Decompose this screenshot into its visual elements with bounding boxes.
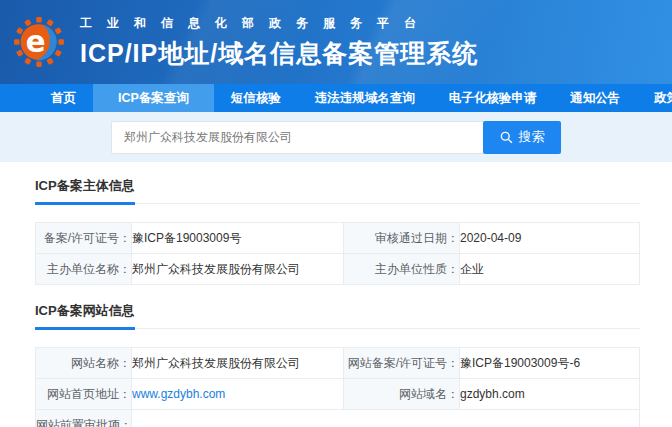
subject-section-header: ICP备案主体信息 [35, 176, 640, 204]
subject-section-title: ICP备案主体信息 [35, 177, 135, 205]
svg-text:e: e [26, 25, 46, 59]
home-url-label: 网站首页地址： [36, 379, 132, 410]
miit-gear-logo-icon: e [13, 16, 65, 68]
license-label: 备案/许可证号： [36, 223, 132, 254]
site-license-label: 网站备案/许可证号： [344, 348, 460, 379]
table-row: 备案/许可证号： 豫ICP备19003009号 审核通过日期： 2020-04-… [36, 223, 640, 254]
table-row: 主办单位名称： 郑州广众科技发展股份有限公司 主办单位性质： 企业 [36, 254, 640, 285]
search-input[interactable] [111, 121, 483, 154]
website-section-header: ICP备案网站信息 [35, 301, 640, 329]
site-license-value: 豫ICP备19003009号-6 [460, 348, 640, 379]
org-name-label: 主办单位名称： [36, 254, 132, 285]
domain-label: 网站域名： [344, 379, 460, 410]
org-nature-value: 企业 [460, 254, 640, 285]
website-section-title: ICP备案网站信息 [35, 302, 135, 330]
home-url-link[interactable]: www.gzdybh.com [132, 387, 225, 401]
nav-item-e-verification-apply[interactable]: 电子化核验申请 [432, 84, 554, 112]
site-name-value: 郑州广众科技发展股份有限公司 [132, 348, 344, 379]
org-nature-label: 主办单位性质： [344, 254, 460, 285]
license-value: 豫ICP备19003009号 [132, 223, 344, 254]
nav-item-policy-docs[interactable]: 政策文件 [637, 84, 672, 112]
table-row: 网站前置审批项： [36, 410, 640, 427]
main-nav: 首页 ICP备案查询 短信核验 违法违规域名查询 电子化核验申请 通知公告 政策… [0, 84, 672, 112]
page-title: ICP/IP地址/域名信息备案管理系统 [80, 37, 478, 70]
search-icon [500, 131, 513, 144]
pre-approval-label: 网站前置审批项： [36, 410, 132, 427]
site-name-label: 网站名称： [36, 348, 132, 379]
audit-date-label: 审核通过日期： [344, 223, 460, 254]
table-row: 网站名称： 郑州广众科技发展股份有限公司 网站备案/许可证号： 豫ICP备190… [36, 348, 640, 379]
search-button[interactable]: 搜索 [483, 121, 561, 154]
home-url-cell: www.gzdybh.com [132, 379, 344, 410]
search-button-label: 搜索 [519, 128, 545, 146]
audit-date-value: 2020-04-09 [460, 223, 640, 254]
pre-approval-value [132, 410, 640, 427]
table-row: 网站首页地址： www.gzdybh.com 网站域名： gzdybh.com [36, 379, 640, 410]
org-name-value: 郑州广众科技发展股份有限公司 [132, 254, 344, 285]
nav-item-illegal-domain-query[interactable]: 违法违规域名查询 [298, 84, 432, 112]
search-band: 搜索 [0, 112, 672, 162]
website-info-table: 网站名称： 郑州广众科技发展股份有限公司 网站备案/许可证号： 豫ICP备190… [35, 347, 640, 427]
ministry-tagline: 工业和信息化部政务服务平台 [80, 15, 478, 32]
nav-item-home[interactable]: 首页 [34, 84, 93, 112]
subject-info-table: 备案/许可证号： 豫ICP备19003009号 审核通过日期： 2020-04-… [35, 222, 640, 285]
site-header: e 工业和信息化部政务服务平台 ICP/IP地址/域名信息备案管理系统 [0, 0, 672, 84]
nav-item-icp-query[interactable]: ICP备案查询 [93, 84, 214, 112]
search-box: 搜索 [111, 121, 561, 154]
content-area: ICP备案主体信息 备案/许可证号： 豫ICP备19003009号 审核通过日期… [0, 176, 672, 427]
header-text: 工业和信息化部政务服务平台 ICP/IP地址/域名信息备案管理系统 [80, 15, 478, 70]
nav-item-notices[interactable]: 通知公告 [553, 84, 637, 112]
nav-item-sms-verify[interactable]: 短信核验 [214, 84, 298, 112]
domain-value: gzdybh.com [460, 379, 640, 410]
